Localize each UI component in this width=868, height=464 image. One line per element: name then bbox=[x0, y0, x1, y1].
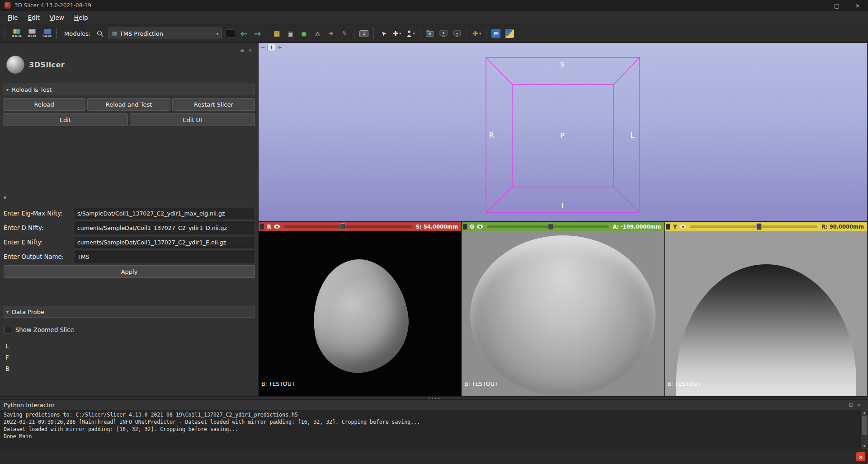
extensions-button[interactable]: ✳ bbox=[325, 27, 337, 40]
orientation-label-superior: S bbox=[560, 61, 565, 69]
form-row: Enter D Nifty: bbox=[4, 222, 254, 234]
yellow-slice-slider[interactable] bbox=[690, 222, 817, 231]
monitor-restore-icon bbox=[453, 30, 461, 37]
module-forward-button[interactable]: → bbox=[251, 27, 263, 40]
minimize-button[interactable]: – bbox=[806, 0, 826, 11]
maximize-button[interactable]: ▢ bbox=[826, 0, 847, 11]
module-history-button[interactable] bbox=[225, 29, 235, 37]
save-icon bbox=[44, 29, 51, 34]
data-probe-section-header[interactable]: ▾ Data Probe bbox=[3, 306, 255, 318]
show-zoomed-slice-checkbox[interactable] bbox=[5, 327, 11, 333]
screenshot-button[interactable] bbox=[424, 27, 436, 40]
pin-icon[interactable] bbox=[666, 224, 670, 230]
tab-cross-icon[interactable]: ✛ bbox=[278, 45, 282, 51]
pin-icon[interactable]: − bbox=[261, 45, 265, 51]
volume-rendering-button[interactable]: ▣ bbox=[284, 27, 296, 40]
chevron-down-icon: ▾ bbox=[413, 31, 415, 36]
edit-ui-button[interactable]: Edit UI bbox=[130, 113, 255, 126]
python-console[interactable]: Saving predictions to: C:/Slicer/Slicer … bbox=[0, 410, 868, 449]
red-slice-image[interactable]: B: TESTOUT bbox=[259, 231, 461, 396]
d-nifty-input[interactable] bbox=[75, 222, 254, 234]
close-button[interactable]: × bbox=[847, 0, 868, 11]
collapse-arrow-icon[interactable]: ▾ bbox=[4, 195, 258, 201]
visibility-eye-icon[interactable] bbox=[274, 225, 280, 229]
splitter-dot bbox=[438, 398, 439, 399]
extensions-manager-button[interactable]: ▤ bbox=[490, 27, 502, 40]
restart-slicer-button[interactable]: Restart Slicer bbox=[172, 98, 255, 111]
minimize-icon: – bbox=[815, 2, 818, 9]
console-scrollbar[interactable]: ▲ ▼ bbox=[860, 410, 868, 449]
green-slice-volume-label: B: TESTOUT bbox=[464, 380, 498, 387]
editor-button[interactable]: ✎ bbox=[339, 27, 350, 40]
reload-button[interactable]: Reload bbox=[3, 98, 85, 111]
slider-groove bbox=[284, 225, 412, 228]
menu-edit[interactable]: Edit bbox=[23, 14, 45, 21]
crosshair-dropdown[interactable]: ✚ ▾ bbox=[471, 27, 482, 40]
scrollbar-thumb[interactable] bbox=[862, 416, 867, 435]
e-nifty-input[interactable] bbox=[75, 237, 254, 248]
panel-close-icon[interactable]: × bbox=[248, 47, 252, 53]
threed-view[interactable]: − 1 ✛ S R P bbox=[259, 43, 867, 221]
layout-selector-button[interactable]: ▦ bbox=[271, 27, 283, 40]
app-icon bbox=[5, 2, 11, 9]
threed-view-tabbar: − 1 ✛ bbox=[259, 43, 867, 52]
red-slice-letter: R bbox=[266, 224, 272, 230]
apply-button[interactable]: Apply bbox=[4, 265, 255, 278]
load-data-button[interactable]: DATA bbox=[10, 27, 24, 40]
maximize-icon: ▢ bbox=[834, 2, 840, 9]
visibility-eye-icon[interactable] bbox=[477, 225, 483, 229]
green-slice-image[interactable]: B: TESTOUT bbox=[462, 231, 664, 396]
green-slice-slider[interactable] bbox=[487, 222, 609, 231]
camera-icon bbox=[426, 30, 434, 37]
output-name-label: Enter Output Name: bbox=[4, 253, 75, 260]
module-search-button[interactable] bbox=[94, 27, 106, 40]
yellow-slice-controller: Y R: 90.0000mm bbox=[665, 222, 867, 231]
scene-view-capture-button[interactable] bbox=[438, 27, 449, 40]
panel-popup-icon[interactable]: ⊞ bbox=[241, 47, 245, 53]
python-console-button[interactable] bbox=[504, 27, 515, 40]
output-name-input[interactable] bbox=[75, 251, 254, 262]
menu-help[interactable]: Help bbox=[69, 14, 93, 21]
visibility-eye-icon[interactable] bbox=[680, 225, 686, 229]
slider-handle[interactable] bbox=[340, 223, 345, 230]
single-layout-button[interactable]: 1 bbox=[358, 27, 370, 40]
python-popup-icon[interactable]: ⊞ bbox=[849, 402, 853, 408]
red-slice-view: R S: 54.0000mm B: TESTOUT bbox=[259, 222, 461, 396]
module-home-button[interactable]: ⌂ bbox=[311, 27, 323, 40]
red-slice-slider[interactable] bbox=[284, 222, 412, 231]
menu-bar: File Edit View Help bbox=[0, 11, 868, 24]
save-button[interactable]: SAVE bbox=[41, 27, 54, 40]
slider-handle[interactable] bbox=[756, 223, 762, 230]
toolbar-drag-handle[interactable] bbox=[5, 28, 6, 38]
scroll-up-icon[interactable]: ▲ bbox=[863, 410, 866, 416]
close-console-button[interactable]: × bbox=[856, 452, 865, 461]
splitter-dot bbox=[429, 398, 430, 399]
reload-test-title: Reload & Test bbox=[12, 86, 52, 93]
modules-label: Modules: bbox=[64, 30, 90, 37]
place-point-dropdown[interactable]: ▾ bbox=[405, 27, 416, 40]
pin-icon[interactable] bbox=[463, 224, 467, 230]
module-selector-combobox[interactable]: ▦ TMS Prediction ▾ bbox=[108, 28, 222, 39]
menu-view[interactable]: View bbox=[45, 14, 69, 21]
scroll-down-icon[interactable]: ▼ bbox=[863, 443, 866, 449]
yellow-slice-image[interactable]: B: TESTOUT bbox=[665, 231, 867, 396]
mouse-mode-button[interactable]: ➤ bbox=[377, 27, 389, 40]
markups-button[interactable]: ● bbox=[298, 27, 310, 40]
python-close-icon[interactable]: × bbox=[857, 402, 861, 408]
reload-and-test-button[interactable]: Reload and Test bbox=[87, 98, 170, 111]
scene-view-restore-button[interactable] bbox=[451, 27, 463, 40]
toolbar-drag-handle[interactable] bbox=[56, 28, 58, 38]
window-title: 3D Slicer 4.13.0-2021-08-19 bbox=[14, 2, 91, 9]
pin-icon[interactable] bbox=[260, 224, 264, 230]
eig-max-input[interactable] bbox=[75, 208, 254, 219]
slider-handle[interactable] bbox=[548, 223, 553, 230]
module-back-button[interactable]: ← bbox=[238, 27, 250, 40]
load-dicom-button[interactable]: DCM bbox=[25, 27, 39, 40]
threed-view-tab[interactable]: 1 bbox=[267, 44, 275, 51]
reload-test-section-header[interactable]: ▾ Reload & Test bbox=[3, 84, 255, 95]
interaction-mode-dropdown[interactable]: ✚ ▾ bbox=[391, 27, 403, 40]
edit-button[interactable]: Edit bbox=[3, 113, 128, 126]
menu-file[interactable]: File bbox=[3, 14, 23, 21]
slicer-logo-row: 3DSlicer bbox=[6, 55, 258, 75]
panel-splitter-handle[interactable] bbox=[0, 396, 868, 400]
